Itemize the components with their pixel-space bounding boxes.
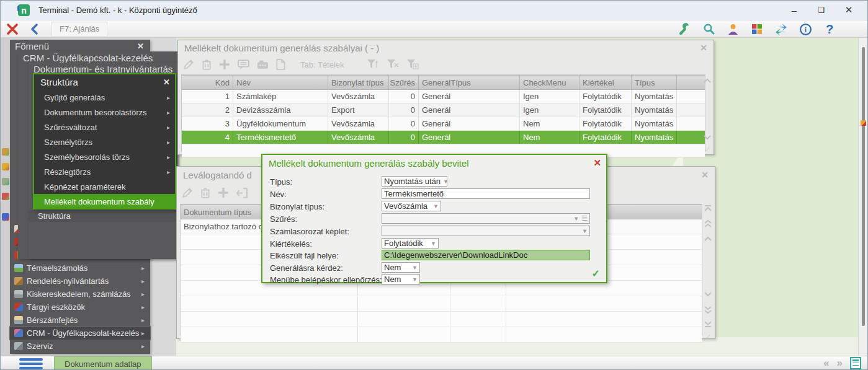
close-button[interactable]: ✕: [835, 1, 862, 19]
submenu-arrow-icon: ▸: [167, 109, 170, 116]
tab-hint-label: Tab: Tételek: [300, 60, 344, 69]
lookup-icon[interactable]: ☰: [581, 214, 588, 222]
retail-icon: [14, 290, 23, 298]
szures-select[interactable]: ▼☰: [382, 213, 590, 224]
column-header-szures[interactable]: Szűrés: [389, 76, 419, 89]
orders-icon: [14, 277, 23, 285]
menu-item-temaelszamolas[interactable]: Témaelszámolás▸: [10, 262, 150, 275]
menu-item-gyujto-generalas[interactable]: Gyűjtő generálás▸: [34, 90, 175, 105]
confirm-icon[interactable]: ✓: [704, 145, 710, 154]
table-row[interactable]: 2DevizásszámlaExport0GenerálIgenFolytató…: [182, 104, 705, 117]
filter-add-icon[interactable]: [406, 59, 419, 70]
page-up-icon[interactable]: [704, 220, 712, 227]
scroll-down-icon[interactable]: [704, 292, 712, 297]
window-titlebar: n Terminal - Demó kft. - k - Központi üg…: [1, 1, 867, 20]
comment-icon[interactable]: [238, 59, 249, 70]
scroll-up-icon[interactable]: [704, 236, 712, 241]
confirm-icon[interactable]: ✓: [705, 332, 712, 341]
menu-item-berszamfejtes[interactable]: Bérszámfejtés▸: [10, 314, 150, 327]
fajl-helye-input[interactable]: C:\Idegenwebszerver\DownloadLinkDoc: [382, 250, 590, 260]
menu-item-reszlegtorzs[interactable]: Részlegtörzs▸: [34, 164, 175, 179]
maximize-button[interactable]: ❑: [808, 1, 835, 19]
menube-ellenorzes-select[interactable]: Nem▼: [382, 274, 420, 284]
table-row[interactable]: 1SzámlaképVevőszámla0GenerálIgenFolytató…: [182, 90, 705, 104]
column-header-bizonylat-tipus[interactable]: Bizonylat típus: [328, 76, 389, 89]
filter-clear-icon[interactable]: [387, 59, 399, 70]
hidden-window-icon: [2, 148, 9, 156]
field-label-kiertekeles: Kiértékelés:: [270, 239, 312, 249]
search-icon[interactable]: [700, 22, 717, 37]
close-icon[interactable]: ✕: [701, 170, 709, 180]
column-header-tipus[interactable]: Típus: [632, 76, 677, 89]
scroll-bottom-icon[interactable]: [704, 321, 712, 327]
menu-item-rendeles-nyilvantartas[interactable]: Rendelés-nyilvántartás▸: [10, 275, 150, 288]
exit-icon[interactable]: [4, 22, 20, 37]
scroll-up-icon[interactable]: [704, 78, 711, 83]
delete-icon[interactable]: [202, 59, 212, 70]
hidden-window-icon: [2, 193, 9, 200]
status-tab[interactable]: Dokumentum adatlap: [54, 356, 152, 370]
column-header-kiertekel[interactable]: Kiértékel: [579, 76, 632, 89]
filter-icon[interactable]: [367, 59, 379, 70]
page-left-icon[interactable]: «: [823, 357, 828, 369]
modules-icon[interactable]: [749, 22, 765, 37]
edit-icon[interactable]: [182, 187, 193, 198]
column-header-kod[interactable]: Kód: [182, 76, 233, 89]
device-icon[interactable]: [257, 60, 269, 69]
struktura-menu-title: Struktúra: [40, 77, 78, 87]
menu-item-crm[interactable]: CRM - Ügyfélkapcsolat-kezelés▸: [10, 327, 150, 340]
menu-item-kiskereskedelem[interactable]: Kiskereskedelem, számlázás▸: [10, 288, 150, 301]
minimize-button[interactable]: –: [781, 1, 808, 19]
menu-item-targyi-eszkozok[interactable]: Tárgyi eszközök▸: [10, 301, 150, 314]
hamburger-menu-icon[interactable]: [19, 358, 43, 370]
add-icon[interactable]: [219, 59, 230, 70]
scrollbar-thumb[interactable]: [862, 47, 865, 326]
menu-item-szerviz[interactable]: Szerviz▸: [10, 340, 150, 353]
menu-item-szuresvaltozat[interactable]: Szűrésváltozat▸: [34, 120, 175, 134]
copy-icon[interactable]: [276, 59, 285, 70]
rules-panel-title: Mellékelt dokumentum generálás szabályai…: [184, 43, 379, 53]
chevron-down-icon: ▼: [579, 228, 588, 234]
table-row-selected[interactable]: 4TermékismertetőVevőszámla0GenerálNemFol…: [182, 131, 705, 144]
back-icon[interactable]: [27, 22, 43, 37]
document-panel-icon[interactable]: [850, 357, 861, 369]
help-icon[interactable]: ?: [821, 22, 838, 37]
back-hint-label[interactable]: F7: Ajánlás: [51, 22, 107, 37]
service-icon: [14, 342, 23, 350]
ok-check-icon[interactable]: ✓: [592, 268, 600, 280]
wrench-icon[interactable]: [676, 22, 692, 37]
bizonylat-tipus-select[interactable]: Vevőszámla▼: [382, 201, 441, 211]
menu-item-kepnezet-parameterek[interactable]: Képnézet paraméterek: [34, 179, 175, 194]
close-icon[interactable]: ✕: [163, 77, 170, 87]
page-down-icon[interactable]: [704, 306, 712, 314]
close-icon[interactable]: ✕: [593, 157, 601, 169]
menu-item-struktura-open[interactable]: Struktúra: [29, 210, 177, 222]
nev-input[interactable]: Termékismertető: [382, 188, 590, 199]
column-header-nev[interactable]: Név: [233, 76, 328, 89]
column-header-generaltipus[interactable]: GenerálTípus: [419, 76, 520, 89]
menu-item-szemelytorzs[interactable]: Személytörzs▸: [34, 134, 175, 149]
scroll-top-icon[interactable]: [704, 205, 712, 211]
kiertekeles-select[interactable]: Folytatódik▼: [382, 238, 439, 249]
delete-icon[interactable]: [200, 187, 210, 198]
close-icon[interactable]: ✕: [137, 42, 144, 51]
edit-icon[interactable]: [183, 59, 194, 70]
menu-item-dokumentum-besorolastorzs[interactable]: Dokumentum besorolástörzs▸: [34, 105, 175, 120]
user-icon[interactable]: [725, 22, 741, 37]
payroll-icon: [14, 316, 23, 324]
table-row[interactable]: 3ÜgyféldokumentumVevőszámla0GenerálNemFo…: [182, 117, 705, 131]
tipus-select[interactable]: Nyomtatás után▼: [382, 176, 447, 187]
column-header-checkmenu[interactable]: CheckMenu: [520, 76, 579, 89]
generalasra-kerdez-select[interactable]: Nem▼: [382, 262, 420, 273]
info-icon[interactable]: i: [797, 22, 813, 37]
add-icon[interactable]: [218, 187, 229, 198]
close-icon[interactable]: ✕: [700, 43, 707, 53]
scroll-down-icon[interactable]: [704, 135, 711, 140]
menu-item-szemelybesorolas-torzs[interactable]: Személybesorolás törzs▸: [34, 149, 175, 164]
transfer-icon[interactable]: [773, 22, 789, 37]
szamlasorozat-select[interactable]: ▼: [382, 226, 590, 236]
page-right-icon[interactable]: »: [837, 357, 841, 369]
dialog-title: Mellékelt dokumentum generálás szabály b…: [269, 158, 469, 169]
menu-item-mellekelt-dokumentum-szabaly[interactable]: Mellékelt dokumentum szabály: [34, 194, 175, 209]
import-icon[interactable]: [236, 188, 248, 198]
